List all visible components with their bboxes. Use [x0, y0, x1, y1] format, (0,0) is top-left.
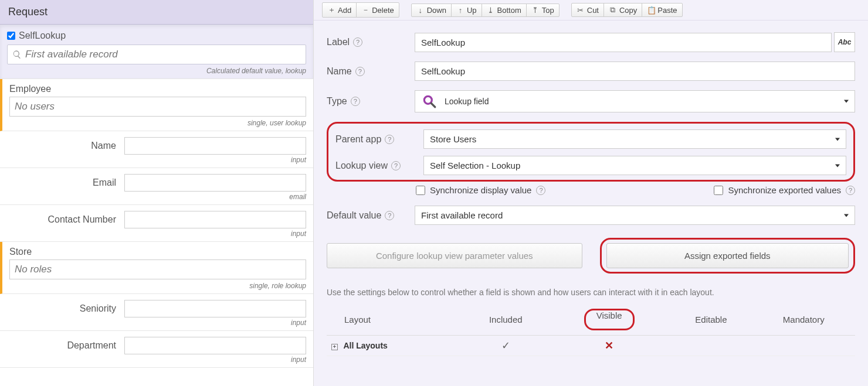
form-label: Parent app	[335, 134, 381, 145]
scissors-icon: ✂	[577, 6, 585, 15]
row-parent-app: Parent app? Store Users	[335, 129, 846, 149]
field-row-seniority[interactable]: Seniority input	[0, 294, 313, 331]
department-input[interactable]	[124, 337, 306, 354]
help-icon[interactable]: ?	[351, 97, 360, 106]
name-input[interactable]: SelfLookup	[415, 62, 855, 81]
help-icon[interactable]: ?	[355, 67, 365, 76]
visible-status[interactable]: ✕	[605, 340, 613, 351]
help-icon[interactable]: ?	[536, 186, 545, 195]
expand-icon[interactable]: +	[331, 344, 338, 350]
contact-input[interactable]	[124, 211, 306, 228]
bottom-button[interactable]: ⤓Bottom	[482, 4, 527, 17]
type-select[interactable]: Lookup field	[415, 90, 855, 112]
field-row-name[interactable]: Name input	[0, 131, 313, 168]
mandatory-status[interactable]	[752, 336, 855, 356]
selflookup-checkbox[interactable]	[7, 32, 15, 40]
col-layout: Layout	[327, 304, 463, 336]
sync-export-checkbox[interactable]: Synchronize exported values ?	[714, 185, 855, 195]
field-subtitle: single, role lookup	[9, 282, 306, 290]
add-button[interactable]: ＋Add	[322, 2, 357, 18]
lookup-view-select[interactable]: Self Selection - Lookup	[423, 156, 846, 175]
row-type: Type? Lookup field	[327, 90, 855, 112]
email-input[interactable]	[124, 174, 306, 192]
included-status[interactable]: ✓	[501, 340, 510, 351]
toolbar: ＋Add －Delete ↓Down ↑Up ⤓Bottom ⤒Top ✂Cut…	[314, 0, 868, 21]
abc-button[interactable]: Abc	[834, 32, 855, 52]
parent-app-select[interactable]: Store Users	[423, 129, 846, 149]
help-icon[interactable]: ?	[391, 161, 401, 170]
help-icon[interactable]: ?	[353, 37, 362, 47]
editable-status[interactable]	[670, 336, 752, 356]
lookup-icon	[421, 93, 438, 110]
form-label: Name	[327, 66, 352, 77]
name-input[interactable]	[124, 137, 306, 155]
search-placeholder: First available record	[25, 49, 118, 60]
visible-highlight: Visible	[584, 309, 635, 330]
field-subtitle: input	[124, 319, 306, 327]
hint-text: Use the settings below to control whethe…	[327, 288, 855, 297]
table-row[interactable]: + All Layouts ✓ ✕	[327, 336, 855, 356]
btn-label: Top	[542, 6, 554, 15]
field-label: Seniority	[7, 300, 124, 314]
row-lookup-view: Lookup view? Self Selection - Lookup	[335, 156, 846, 175]
field-row-email[interactable]: Email email	[0, 168, 313, 205]
field-label: Name	[7, 137, 124, 151]
row-name: Name? SelfLookup	[327, 62, 855, 81]
paste-button[interactable]: 📋Paste	[642, 3, 682, 17]
field-title: Store	[9, 247, 306, 257]
down-button[interactable]: ↓Down	[411, 4, 452, 17]
copy-button[interactable]: ⧉Copy	[603, 3, 642, 17]
right-panel: ＋Add －Delete ↓Down ↑Up ⤓Bottom ⤒Top ✂Cut…	[314, 0, 868, 386]
help-icon[interactable]: ?	[385, 135, 394, 144]
btn-label: Down	[427, 6, 446, 15]
field-row-department[interactable]: Department input	[0, 331, 313, 368]
up-button[interactable]: ↑Up	[451, 4, 482, 17]
checkbox-label: Synchronize display value	[430, 185, 531, 195]
checkbox[interactable]	[714, 186, 723, 195]
row-default-value: Default value? First available record	[327, 206, 855, 225]
lookup-settings-highlight: Parent app? Store Users Lookup view? Sel…	[327, 122, 855, 182]
btn-label: Copy	[619, 6, 637, 15]
assign-exported-button[interactable]: Assign exported fields	[606, 243, 849, 268]
store-input[interactable]: No roles	[9, 259, 306, 279]
svg-line-1	[431, 103, 435, 107]
seniority-input[interactable]	[124, 300, 306, 317]
col-included: Included	[463, 304, 548, 336]
field-row-contact[interactable]: Contact Number input	[0, 205, 313, 242]
top-button[interactable]: ⤒Top	[526, 4, 560, 17]
default-value-select[interactable]: First available record	[415, 206, 855, 225]
search-icon	[12, 50, 22, 59]
checkbox[interactable]	[416, 186, 425, 195]
configure-lookup-button[interactable]: Configure lookup view parameter values	[327, 243, 582, 268]
plus-icon: ＋	[327, 5, 335, 15]
field-title: Employee	[9, 84, 306, 94]
to-top-icon: ⤒	[531, 6, 540, 15]
form-label: Type	[327, 96, 347, 107]
selflookup-search[interactable]: First available record	[7, 45, 306, 64]
help-icon[interactable]: ?	[385, 211, 394, 220]
assign-exported-highlight: Assign exported fields	[600, 238, 856, 274]
field-card-selflookup[interactable]: SelfLookup First available record Calcul…	[0, 25, 313, 79]
type-value: Lookup field	[445, 97, 489, 106]
layout-table: Layout Included Visible Editable Mandato…	[327, 304, 855, 356]
help-icon[interactable]: ?	[846, 186, 855, 195]
cut-button[interactable]: ✂Cut	[571, 3, 604, 17]
btn-label: Up	[467, 6, 477, 15]
form-label: Label	[327, 37, 350, 47]
employee-input[interactable]: No users	[9, 97, 306, 117]
form-label: Lookup view	[335, 160, 388, 171]
field-card-store[interactable]: Store No roles single, role lookup	[0, 242, 313, 294]
field-title: SelfLookup	[19, 30, 66, 41]
field-card-employee[interactable]: Employee No users single, user lookup	[0, 79, 313, 131]
field-subtitle: input	[124, 156, 306, 164]
down-arrow-icon: ↓	[416, 6, 425, 15]
copy-icon: ⧉	[609, 5, 617, 15]
label-input[interactable]: SelfLookup	[415, 33, 832, 52]
field-label: Email	[7, 174, 124, 188]
field-subtitle: Calculated default value, lookup	[7, 67, 306, 75]
sync-display-checkbox[interactable]: Synchronize display value ?	[416, 185, 545, 195]
delete-button[interactable]: －Delete	[356, 2, 399, 18]
left-panel: Request SelfLookup First available recor…	[0, 0, 314, 386]
field-label: Department	[7, 337, 124, 351]
field-subtitle: email	[124, 193, 306, 201]
